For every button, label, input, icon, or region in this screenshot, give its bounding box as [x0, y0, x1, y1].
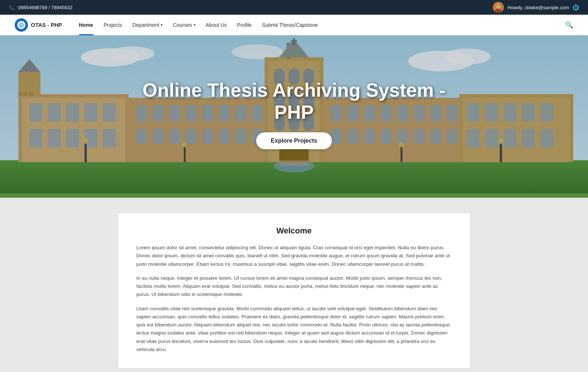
- nav-item-profile[interactable]: Profile: [232, 15, 257, 35]
- svg-point-3: [497, 5, 498, 6]
- logout-icon[interactable]: ⏻: [573, 4, 579, 11]
- svg-point-4: [499, 5, 500, 6]
- welcome-paragraph-3: Ltiam convallis vitae nisi scelerisque g…: [136, 305, 452, 354]
- navbar: OTAS - PHP Home Projects Department ▾ Co…: [0, 15, 588, 35]
- nav-item-courses[interactable]: Courses ▾: [168, 15, 200, 35]
- topbar-right: Howdy, cblake@sample.com ⏻: [493, 2, 579, 13]
- welcome-paragraph-2: In eu nulla neque. Integer et posuere lo…: [136, 274, 452, 299]
- topbar: 📞 09854698789 / 78945632 Howdy, cblake@s…: [0, 0, 588, 15]
- welcome-section: Welcome Lorem ipsum dolor sit amet, cons…: [0, 198, 588, 372]
- hero-section: Online Thesis Archiving System - PHP Exp…: [0, 35, 588, 193]
- brand-name: OTAS - PHP: [31, 22, 62, 28]
- nav-item-home[interactable]: Home: [74, 15, 98, 35]
- welcome-title: Welcome: [136, 226, 452, 236]
- svg-point-1: [496, 4, 501, 8]
- logo-icon: [15, 18, 28, 32]
- topbar-greeting: Howdy, cblake@sample.com: [508, 5, 569, 10]
- avatar: [493, 2, 504, 13]
- chevron-down-icon: ▾: [194, 23, 196, 27]
- explore-projects-button[interactable]: Explore Projects: [256, 132, 332, 149]
- nav-item-about[interactable]: About Us: [201, 15, 232, 35]
- chevron-down-icon: ▾: [161, 23, 162, 27]
- hero-content: Online Thesis Archiving System - PHP Exp…: [0, 35, 588, 193]
- hero-title: Online Thesis Archiving System - PHP: [129, 79, 459, 124]
- topbar-phone: 09854698789 / 78945632: [18, 5, 72, 10]
- welcome-paragraph-1: Lorem ipsum dolor sit amet, consectetur …: [136, 244, 452, 268]
- brand[interactable]: OTAS - PHP: [15, 18, 62, 32]
- search-icon[interactable]: 🔍: [565, 21, 573, 29]
- nav-item-projects[interactable]: Projects: [98, 15, 128, 35]
- topbar-left: 📞 09854698789 / 78945632: [9, 4, 72, 10]
- phone-icon: 📞: [9, 4, 15, 10]
- nav-item-submit[interactable]: Submit Thesis/Capstone: [257, 15, 323, 35]
- welcome-card: Welcome Lorem ipsum dolor sit amet, cons…: [118, 212, 470, 369]
- nav-menu: Home Projects Department ▾ Courses ▾ Abo…: [74, 15, 565, 35]
- lawn-strip: [0, 193, 588, 198]
- nav-item-department[interactable]: Department ▾: [127, 15, 168, 35]
